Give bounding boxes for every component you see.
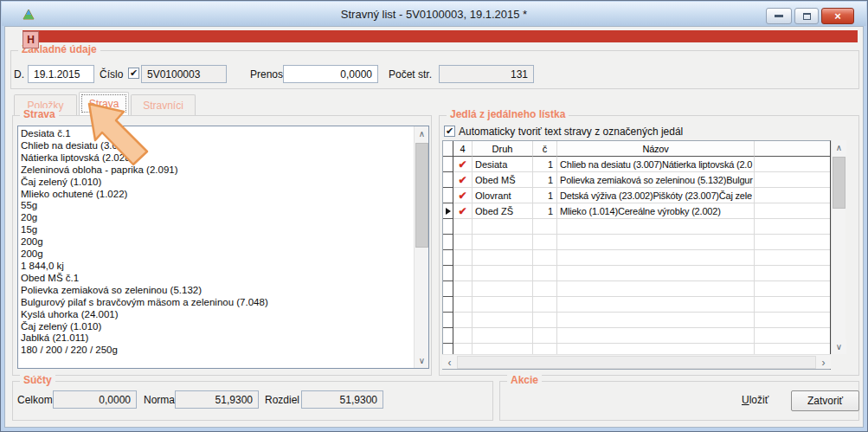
- checked-cell[interactable]: [453, 203, 473, 219]
- empty-cell[interactable]: [443, 219, 453, 235]
- empty-cell[interactable]: [557, 250, 755, 266]
- norma-input[interactable]: [175, 390, 259, 409]
- empty-cell[interactable]: [557, 328, 755, 344]
- empty-cell[interactable]: [453, 235, 473, 250]
- empty-cell[interactable]: [473, 297, 533, 313]
- column-header[interactable]: [755, 141, 830, 157]
- empty-cell[interactable]: [755, 250, 830, 266]
- empty-cell[interactable]: [443, 281, 453, 297]
- scroll-down-icon[interactable]: [832, 339, 846, 354]
- row-indicator-cell[interactable]: [443, 172, 453, 188]
- table-row-empty[interactable]: [443, 266, 830, 281]
- strava-list-line[interactable]: 55g: [21, 200, 411, 212]
- empty-cell[interactable]: [557, 235, 755, 250]
- empty-cell[interactable]: [557, 313, 755, 328]
- empty-cell[interactable]: [473, 219, 533, 235]
- empty-cell[interactable]: [443, 266, 453, 281]
- empty-cell[interactable]: [557, 297, 755, 313]
- druh-cell[interactable]: Olovrant: [473, 188, 533, 203]
- empty-cell[interactable]: [453, 313, 473, 328]
- table-row-empty[interactable]: [443, 328, 830, 344]
- table-row-empty[interactable]: [443, 235, 830, 250]
- checked-cell[interactable]: [453, 188, 473, 203]
- strava-list-line[interactable]: Obed MŠ č.1: [21, 273, 411, 285]
- empty-cell[interactable]: [557, 281, 755, 297]
- rozdiel-input[interactable]: [301, 390, 383, 409]
- strava-list-line[interactable]: Čaj zelený (1.010): [21, 321, 411, 333]
- empty-cell[interactable]: [755, 266, 830, 281]
- strava-list-line[interactable]: Nátierka liptovská (2.028): [21, 152, 411, 164]
- empty-cell[interactable]: [533, 281, 557, 297]
- save-button[interactable]: Uložiť: [742, 394, 768, 406]
- pocet-str-input[interactable]: [439, 65, 534, 83]
- nazov-cell[interactable]: Mlieko (1.014)Cereálne výrobky (2.002): [557, 203, 755, 219]
- empty-cell[interactable]: [453, 266, 473, 281]
- blank-cell[interactable]: [755, 203, 830, 219]
- date-input[interactable]: [28, 65, 94, 83]
- close-dialog-button[interactable]: Zatvoriť: [791, 390, 859, 411]
- table-row[interactable]: Desiata1Chlieb na desiatu (3.007)Nátierk…: [443, 157, 830, 172]
- minimize-button[interactable]: [766, 8, 792, 24]
- nazov-cell[interactable]: Polievka zemiaková so zeleninou (5.132)B…: [557, 172, 755, 188]
- empty-cell[interactable]: [755, 281, 830, 297]
- tab-stravníci[interactable]: Stravníci: [131, 94, 196, 115]
- nazov-cell[interactable]: Chlieb na desiatu (3.007)Nátierka liptov…: [557, 157, 755, 172]
- table-row[interactable]: Olovrant1Detská výživa (23.002)Piškóty (…: [443, 188, 830, 203]
- scroll-thumb[interactable]: [457, 356, 816, 369]
- empty-cell[interactable]: [755, 297, 830, 313]
- empty-cell[interactable]: [533, 266, 557, 281]
- scroll-thumb[interactable]: [415, 143, 428, 248]
- row-indicator-cell[interactable]: [443, 157, 453, 172]
- druh-cell[interactable]: Obed MŠ: [473, 172, 533, 188]
- empty-cell[interactable]: [473, 235, 533, 250]
- empty-cell[interactable]: [473, 266, 533, 281]
- checked-cell[interactable]: [453, 172, 473, 188]
- empty-cell[interactable]: [473, 250, 533, 266]
- druh-cell[interactable]: Desiata: [473, 157, 533, 172]
- cislo-cell[interactable]: 1: [533, 157, 557, 172]
- empty-cell[interactable]: [755, 328, 830, 344]
- close-button[interactable]: ×: [821, 8, 854, 24]
- empty-cell[interactable]: [755, 235, 830, 250]
- celkom-input[interactable]: [53, 390, 137, 409]
- strava-listbox[interactable]: Desiata č.1Chlieb na desiatu (3.007)Náti…: [17, 126, 429, 369]
- strava-list-line[interactable]: 200g: [21, 236, 411, 248]
- column-header[interactable]: 4: [453, 141, 473, 157]
- cislo-checkbox[interactable]: [128, 68, 139, 79]
- table-row-empty[interactable]: [443, 297, 830, 313]
- empty-cell[interactable]: [473, 313, 533, 328]
- empty-cell[interactable]: [533, 328, 557, 344]
- strava-list-line[interactable]: 1 844,0 kj: [21, 261, 411, 273]
- strava-list-line[interactable]: Bulgurový pilaf s bravčovým mäsom a zele…: [21, 297, 411, 309]
- strava-list-line[interactable]: 20g: [21, 212, 411, 224]
- cislo-cell[interactable]: 1: [533, 203, 557, 219]
- strava-list-line[interactable]: Mlieko ochutené (1.022): [21, 189, 411, 201]
- empty-cell[interactable]: [453, 219, 473, 235]
- empty-cell[interactable]: [443, 328, 453, 344]
- blank-cell[interactable]: [755, 157, 830, 172]
- blank-cell[interactable]: [755, 172, 830, 188]
- scroll-thumb[interactable]: [833, 157, 845, 209]
- nazov-cell[interactable]: Detská výživa (23.002)Piškóty (23.007)Ča…: [557, 188, 755, 203]
- table-row[interactable]: Obed ZŠ1Mlieko (1.014)Cereálne výrobky (…: [443, 203, 830, 219]
- strava-list-line[interactable]: Jablká (21.011): [21, 332, 411, 345]
- strava-list-line[interactable]: Kyslá uhorka (24.001): [21, 309, 411, 321]
- empty-cell[interactable]: [533, 313, 557, 328]
- empty-cell[interactable]: [453, 250, 473, 266]
- row-indicator-cell[interactable]: [443, 188, 453, 203]
- strava-list-vscrollbar[interactable]: [414, 126, 428, 368]
- tab-strava[interactable]: Strava: [79, 92, 129, 115]
- scroll-right-icon[interactable]: [816, 355, 831, 370]
- title-bar[interactable]: Stravný list - 5V0100003, 19.1.2015 * ×: [2, 2, 866, 26]
- scroll-down-icon[interactable]: [415, 353, 429, 368]
- empty-cell[interactable]: [473, 328, 533, 344]
- empty-cell[interactable]: [533, 219, 557, 235]
- table-row-empty[interactable]: [443, 281, 830, 297]
- druh-cell[interactable]: Obed ZŠ: [473, 203, 533, 219]
- empty-cell[interactable]: [443, 313, 453, 328]
- empty-cell[interactable]: [453, 297, 473, 313]
- strava-list-line[interactable]: Čaj zelený (1.010): [21, 177, 411, 189]
- table-row[interactable]: Obed MŠ1Polievka zemiaková so zeleninou …: [443, 172, 830, 188]
- strava-list-line[interactable]: Zeleninová obloha - paprika (2.091): [21, 164, 411, 177]
- empty-cell[interactable]: [533, 235, 557, 250]
